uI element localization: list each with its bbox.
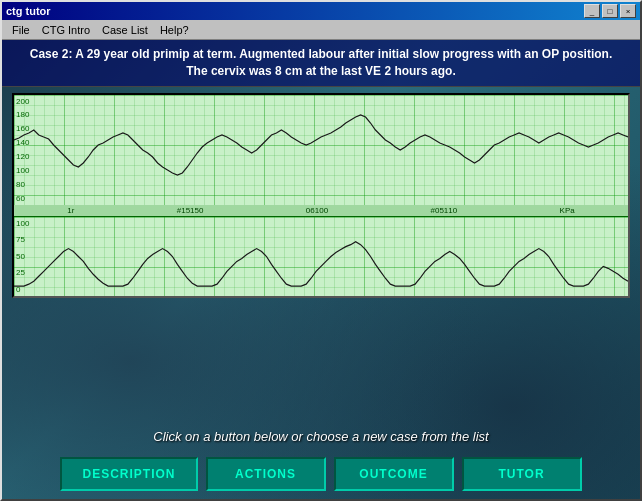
time-labels: 1r #15150 06100 #05110 KPa bbox=[14, 205, 628, 216]
outcome-button[interactable]: OUTCOME bbox=[334, 457, 454, 491]
title-bar: ctg tutor _ □ × bbox=[2, 2, 640, 20]
instructions-text: Click on a button below or choose a new … bbox=[2, 429, 640, 444]
menu-bar: File CTG Intro Case List Help? bbox=[2, 20, 640, 40]
actions-button[interactable]: AcTIONS bbox=[206, 457, 326, 491]
window-controls: _ □ × bbox=[584, 4, 636, 18]
window-title: ctg tutor bbox=[6, 5, 51, 17]
tutor-button[interactable]: TUTOR bbox=[462, 457, 582, 491]
fhr-trace: 200 180 160 140 120 100 80 60 bbox=[14, 95, 628, 205]
close-button[interactable]: × bbox=[620, 4, 636, 18]
ctg-chart: 200 180 160 140 120 100 80 60 1r #15150 bbox=[12, 93, 630, 298]
main-window: ctg tutor _ □ × File CTG Intro Case List… bbox=[0, 0, 642, 501]
menu-ctg-intro[interactable]: CTG Intro bbox=[36, 22, 96, 38]
case-description-text: Case 2: A 29 year old primip at term. Au… bbox=[30, 47, 613, 78]
description-button[interactable]: DESCRIPTION bbox=[60, 457, 197, 491]
ua-waveform-svg bbox=[14, 217, 628, 296]
main-content: 848 40Hz V919 29Hz 15o RDIAC /N 848 53p … bbox=[2, 40, 640, 499]
fhr-waveform-svg bbox=[14, 95, 628, 205]
button-bar: DESCRIPTION AcTIONS OUTCOME TUTOR bbox=[2, 457, 640, 491]
menu-help[interactable]: Help? bbox=[154, 22, 195, 38]
ua-trace: 100 75 50 25 0 bbox=[14, 216, 628, 296]
case-description: Case 2: A 29 year old primip at term. Au… bbox=[2, 40, 640, 87]
maximize-button[interactable]: □ bbox=[602, 4, 618, 18]
menu-case-list[interactable]: Case List bbox=[96, 22, 154, 38]
minimize-button[interactable]: _ bbox=[584, 4, 600, 18]
menu-file[interactable]: File bbox=[6, 22, 36, 38]
